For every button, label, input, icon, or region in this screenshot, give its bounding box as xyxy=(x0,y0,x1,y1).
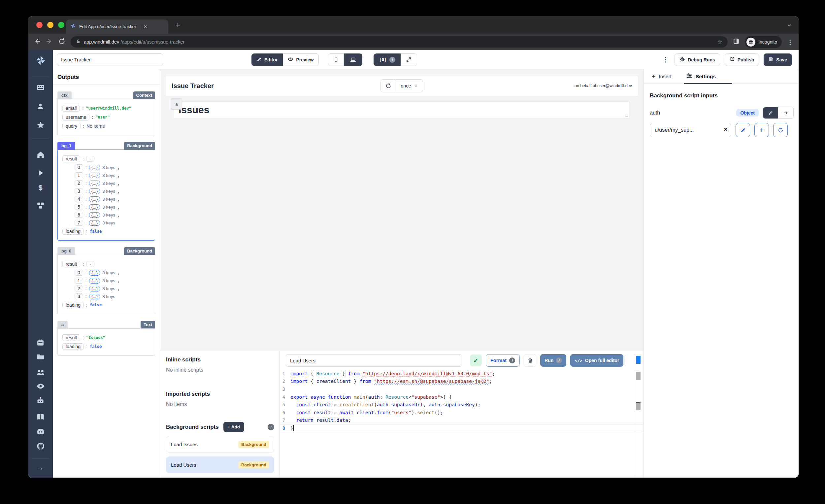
groups-icon[interactable] xyxy=(28,368,53,377)
object-pill[interactable]: {...} xyxy=(89,294,100,299)
toggle-outputs-button[interactable]: |0| i xyxy=(374,54,400,66)
run-button[interactable]: Run i xyxy=(540,354,566,367)
browser-menu-icon[interactable]: ⋮ xyxy=(787,38,793,46)
key-pill[interactable]: result xyxy=(62,261,80,267)
window-zoom-button[interactable] xyxy=(58,22,64,28)
component-id-tag[interactable]: a xyxy=(171,98,182,110)
variables-dollar-icon[interactable]: $ xyxy=(28,184,53,192)
windmill-logo-icon[interactable] xyxy=(28,55,53,66)
debug-runs-button[interactable]: Debug Runs xyxy=(675,54,720,66)
script-item-load-users[interactable]: Load Users Background xyxy=(166,456,274,473)
app-canvas[interactable]: Issue Tracker once on behalf of user@win… xyxy=(160,69,644,351)
add-resource-button[interactable]: + xyxy=(754,123,769,137)
mobile-view-button[interactable] xyxy=(328,54,344,66)
index-pill[interactable]: 1 xyxy=(75,278,83,284)
object-pill[interactable]: {...} xyxy=(89,204,100,210)
collapse-toggle[interactable]: - xyxy=(86,156,94,162)
publish-button[interactable]: Publish xyxy=(725,54,759,66)
node-badge-ctx[interactable]: ctx xyxy=(57,91,72,99)
node-badge-a[interactable]: a xyxy=(57,321,68,329)
audit-eye-icon[interactable] xyxy=(28,381,53,391)
bg0-output-box[interactable]: result:- 0 : {...} 8 keys , xyxy=(57,255,155,314)
key-pill[interactable]: loading xyxy=(62,302,84,308)
window-minimize-button[interactable] xyxy=(47,22,54,28)
edit-resource-button[interactable] xyxy=(736,123,750,137)
user-icon[interactable] xyxy=(28,102,53,111)
forward-button[interactable] xyxy=(46,38,53,46)
object-pill[interactable]: {...} xyxy=(89,286,100,291)
key-pill[interactable]: result xyxy=(62,155,80,162)
back-button[interactable] xyxy=(33,38,41,46)
object-pill[interactable]: {...} xyxy=(89,270,100,276)
delete-script-button[interactable] xyxy=(524,354,536,367)
github-icon[interactable] xyxy=(28,442,53,451)
preview-tab-button[interactable]: Preview xyxy=(283,54,319,66)
favorites-star-icon[interactable] xyxy=(28,121,53,129)
reload-button[interactable] xyxy=(58,38,65,46)
index-pill[interactable]: 3 xyxy=(75,293,83,299)
index-pill[interactable]: 2 xyxy=(75,286,83,291)
tab-close-icon[interactable]: × xyxy=(143,24,148,29)
refresh-resource-button[interactable] xyxy=(773,123,788,137)
docs-book-icon[interactable] xyxy=(28,413,53,422)
add-background-script-button[interactable]: + Add xyxy=(223,422,244,432)
index-pill[interactable]: 1 xyxy=(75,172,83,178)
index-pill[interactable]: 3 xyxy=(75,188,83,194)
tab-preview-icon[interactable] xyxy=(733,38,740,46)
bookmark-star-icon[interactable]: ☆ xyxy=(718,39,722,46)
key-pill[interactable]: loading xyxy=(62,228,84,235)
workers-robot-icon[interactable] xyxy=(28,396,53,405)
index-pill[interactable]: 7 xyxy=(75,220,83,226)
format-button[interactable]: Format i xyxy=(486,354,520,367)
object-pill[interactable]: {...} xyxy=(89,278,100,284)
object-pill[interactable]: {...} xyxy=(89,181,100,186)
browser-tab[interactable]: Edit App u/user/issue-tracker × xyxy=(66,19,168,34)
index-pill[interactable]: 0 xyxy=(75,270,83,276)
editor-scrollbar-handle[interactable] xyxy=(636,372,641,380)
index-pill[interactable]: 5 xyxy=(75,204,83,210)
fullscreen-button[interactable] xyxy=(401,54,417,66)
discord-icon[interactable] xyxy=(28,427,53,436)
script-item-load-issues[interactable]: Load Issues Background xyxy=(166,436,274,452)
text-component-issues[interactable]: a Issues xyxy=(174,101,629,119)
key-pill[interactable]: result xyxy=(62,334,80,341)
key-pill[interactable]: loading xyxy=(62,343,84,350)
key-pill[interactable]: query xyxy=(62,123,80,129)
connect-mode-button[interactable] xyxy=(778,107,793,119)
editor-tab-button[interactable]: Editor xyxy=(251,54,283,66)
key-pill[interactable]: email xyxy=(62,105,80,112)
collapse-toggle[interactable]: - xyxy=(86,261,94,267)
index-pill[interactable]: 0 xyxy=(75,164,83,170)
object-pill[interactable]: {...} xyxy=(89,220,100,226)
address-bar[interactable]: app.windmill.dev/apps/edit/u/user/issue-… xyxy=(71,36,728,48)
object-pill[interactable]: {...} xyxy=(89,196,100,202)
schedules-icon[interactable] xyxy=(28,339,53,347)
resize-handle[interactable] xyxy=(625,112,628,118)
tab-settings[interactable]: Settings xyxy=(686,73,716,80)
clear-icon[interactable]: × xyxy=(724,126,727,133)
workspace-icon[interactable] xyxy=(28,83,53,92)
node-badge-bg0[interactable]: bg_0 xyxy=(57,247,75,255)
index-pill[interactable]: 4 xyxy=(75,196,83,202)
resource-path-input[interactable] xyxy=(650,123,731,137)
code-editor[interactable]: 1import { Resource } from "https://deno.… xyxy=(280,370,644,478)
folders-icon[interactable] xyxy=(28,353,53,361)
refresh-mode-dropdown[interactable]: once xyxy=(396,80,423,92)
object-pill[interactable]: {...} xyxy=(89,189,100,194)
editor-scrollbar-handle[interactable] xyxy=(636,402,641,410)
bg1-output-box[interactable]: result:- 0 : {...} 3 keys , xyxy=(57,149,155,240)
ctx-output-box[interactable]: email:"user@windmill.dev" username:"user… xyxy=(57,99,155,135)
tab-search-chevron-icon[interactable] xyxy=(787,23,792,29)
open-full-editor-button[interactable]: </> Open full editor xyxy=(570,354,623,367)
desktop-view-button[interactable] xyxy=(344,54,362,66)
home-icon[interactable] xyxy=(28,150,53,159)
app-name-input[interactable] xyxy=(57,54,163,66)
node-badge-bg1[interactable]: bg_1 xyxy=(57,142,75,149)
object-pill[interactable]: {...} xyxy=(89,172,100,178)
save-button[interactable]: Save xyxy=(764,54,792,66)
refresh-button[interactable] xyxy=(381,80,396,92)
new-tab-button[interactable]: + xyxy=(175,20,180,30)
key-pill[interactable]: username xyxy=(62,114,89,121)
index-pill[interactable]: 2 xyxy=(75,180,83,186)
tab-insert[interactable]: + Insert xyxy=(652,73,672,80)
